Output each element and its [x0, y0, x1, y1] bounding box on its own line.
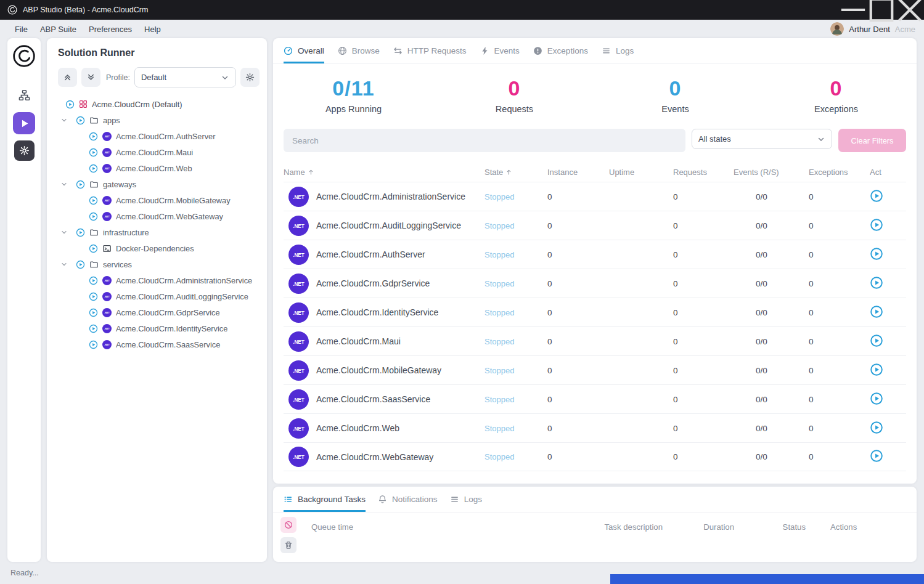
solution-explorer-button[interactable] [13, 84, 35, 106]
start-service-button[interactable] [870, 189, 885, 204]
tree-item[interactable]: .NET apps [54, 112, 260, 128]
dotnet-icon: .NET [102, 276, 112, 285]
tree-item[interactable]: .NET services [54, 256, 260, 272]
solution-runner-button[interactable] [13, 112, 35, 134]
service-row[interactable]: .NET Acme.CloudCrm.WebGateway Stopped 0 … [284, 442, 906, 471]
tree-item[interactable]: .NET Acme.CloudCrm.Web [54, 160, 260, 176]
clear-filters-button[interactable]: Clear Filters [838, 129, 906, 152]
start-service-button[interactable] [870, 276, 885, 291]
monitor-tab[interactable]: Logs [602, 38, 634, 63]
menu-item[interactable]: File [9, 25, 34, 34]
tree-item[interactable]: .NET Acme.CloudCrm.GdprService [54, 304, 260, 320]
start-service-button[interactable] [870, 305, 885, 320]
play-circle-icon[interactable] [89, 340, 98, 349]
tree-item[interactable]: .NET gateways [54, 176, 260, 192]
profile-select[interactable]: Default [134, 67, 236, 87]
play-circle-icon[interactable] [89, 244, 98, 253]
play-circle-icon[interactable] [76, 180, 85, 189]
column-header[interactable]: Exceptions [809, 168, 870, 177]
play-circle-icon[interactable] [89, 132, 98, 141]
play-circle-icon[interactable] [76, 260, 85, 269]
bottom-tab[interactable]: Background Tasks [284, 487, 366, 512]
service-row[interactable]: .NET Acme.CloudCrm.AuthServer Stopped 0 … [284, 240, 906, 269]
tree-item[interactable]: .NET Acme.CloudCrm.Maui [54, 144, 260, 160]
monitor-tab[interactable]: Events [480, 38, 520, 63]
tree-item[interactable]: .NET Acme.CloudCrm.AuditLoggingService [54, 288, 260, 304]
play-circle-icon[interactable] [76, 116, 85, 125]
clear-tasks-button[interactable] [280, 537, 296, 553]
service-row[interactable]: .NET Acme.CloudCrm.IdentityService Stopp… [284, 298, 906, 326]
service-row[interactable]: .NET Acme.CloudCrm.AuditLoggingService S… [284, 211, 906, 240]
chevron-down-icon[interactable] [60, 116, 68, 124]
tree-item[interactable]: .NET Acme.CloudCrm.IdentityService [54, 320, 260, 336]
chevron-down-icon[interactable] [60, 229, 68, 236]
minimize-button[interactable] [839, 0, 867, 20]
play-circle-icon[interactable] [89, 196, 98, 205]
play-circle-icon[interactable] [89, 276, 98, 285]
start-service-button[interactable] [870, 247, 885, 262]
user-avatar[interactable] [830, 22, 844, 36]
tree-item[interactable]: .NET Acme.CloudCrm.MobileGateway [54, 192, 260, 208]
play-circle-icon[interactable] [76, 228, 85, 237]
tree-item[interactable]: .NET Docker-Dependencies [54, 240, 260, 256]
column-header[interactable]: Uptime [609, 168, 673, 177]
service-row[interactable]: .NET Acme.CloudCrm.MobileGateway Stopped… [284, 355, 906, 384]
monitor-tab[interactable]: Overall [284, 38, 324, 63]
service-row[interactable]: .NET Acme.CloudCrm.SaasService Stopped 0… [284, 384, 906, 413]
start-service-button[interactable] [870, 392, 885, 407]
maximize-button[interactable] [867, 0, 896, 20]
search-input[interactable] [284, 129, 685, 152]
column-header[interactable]: Events (R/S) [734, 168, 809, 177]
menu-item[interactable]: ABP Suite [34, 25, 83, 34]
stat: 0 Requests [434, 76, 595, 114]
tree-item[interactable]: .NET Acme.CloudCrm.SaasService [54, 336, 260, 352]
column-header[interactable]: Instance [547, 168, 609, 177]
service-name: Acme.CloudCrm.IdentityService [316, 307, 438, 317]
monitor-tab[interactable]: Browse [338, 38, 380, 63]
tree-item[interactable]: .NET Acme.CloudCrm.WebGateway [54, 208, 260, 224]
play-circle-icon[interactable] [89, 308, 98, 317]
chevron-down-icon[interactable] [60, 261, 68, 268]
monitor-tab[interactable]: HTTP Requests [393, 38, 467, 63]
menu-item[interactable]: Help [138, 25, 167, 34]
play-circle-icon[interactable] [89, 148, 98, 157]
bottom-tab[interactable]: Logs [450, 487, 482, 512]
settings-button[interactable] [14, 140, 35, 161]
service-row[interactable]: .NET Acme.CloudCrm.GdprService Stopped 0… [284, 269, 906, 298]
tree-item[interactable]: .NET infrastructure [54, 224, 260, 240]
play-circle-icon[interactable] [89, 212, 98, 221]
column-header[interactable]: Name [284, 168, 484, 177]
tree-item[interactable]: .NET Acme.CloudCrm.AuthServer [54, 128, 260, 144]
service-row[interactable]: .NET Acme.CloudCrm.Maui Stopped 0 0 0/0 … [284, 326, 906, 355]
service-state: Stopped [484, 395, 547, 404]
start-service-button[interactable] [870, 334, 885, 349]
bottom-tab[interactable]: Notifications [378, 487, 438, 512]
menu-item[interactable]: Preferences [83, 25, 138, 34]
chevron-down-icon[interactable] [60, 180, 68, 188]
start-service-button[interactable] [870, 363, 885, 378]
play-circle-icon[interactable] [65, 100, 75, 109]
column-header[interactable]: State [484, 168, 547, 177]
play-circle-icon[interactable] [89, 164, 98, 173]
monitor-tab[interactable]: Exceptions [533, 38, 588, 63]
close-button[interactable] [896, 0, 924, 20]
start-service-button[interactable] [870, 449, 885, 464]
start-service-button[interactable] [870, 218, 885, 233]
service-row[interactable]: .NET Acme.CloudCrm.AdministrationService… [284, 182, 906, 211]
tree-item[interactable]: .NET Acme.CloudCrm (Default) [54, 96, 260, 112]
column-label: Instance [547, 168, 578, 177]
service-name: Acme.CloudCrm.AuthServer [316, 249, 425, 259]
cancel-tasks-button[interactable] [280, 517, 296, 533]
service-exceptions: 0 [809, 452, 870, 461]
profile-settings-button[interactable] [240, 68, 260, 87]
play-circle-icon[interactable] [89, 292, 98, 301]
service-row[interactable]: .NET Acme.CloudCrm.Web Stopped 0 0 0/0 0 [284, 413, 906, 442]
play-circle-icon[interactable] [89, 324, 98, 333]
collapse-all-button[interactable] [58, 68, 77, 87]
state-filter-select[interactable]: All states [692, 129, 832, 149]
start-service-button[interactable] [870, 421, 885, 436]
column-header[interactable]: Requests [673, 168, 734, 177]
column-header[interactable]: Act [870, 168, 906, 177]
expand-all-button[interactable] [81, 68, 100, 87]
tree-item[interactable]: .NET Acme.CloudCrm.AdministrationService [54, 272, 260, 288]
